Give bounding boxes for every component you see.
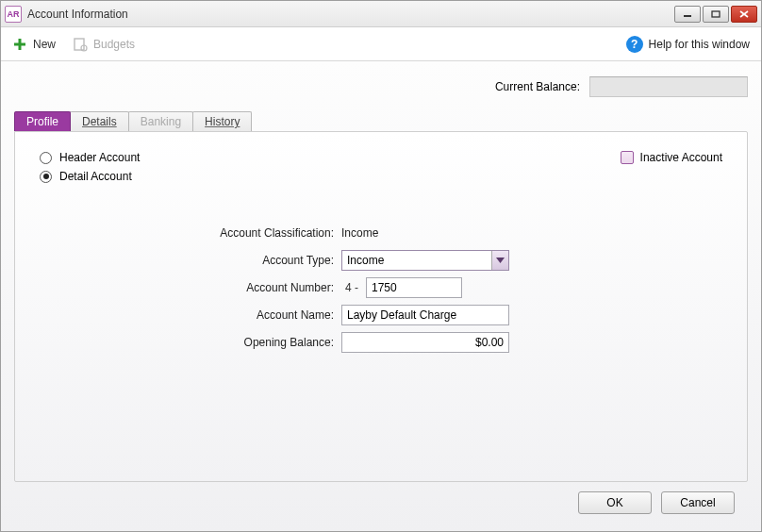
row-account-number: Account Number: 4 - (181, 274, 722, 301)
radio-detail-label: Detail Account (59, 170, 132, 183)
account-number-label: Account Number: (181, 281, 341, 294)
radio-icon (40, 171, 52, 183)
row-classification: Account Classification: Income (181, 219, 722, 246)
tab-banking[interactable]: Banking (128, 111, 193, 131)
profile-panel: Header Account Detail Account Inactive A… (14, 131, 748, 482)
radio-detail-account[interactable]: Detail Account (40, 170, 722, 183)
tab-profile[interactable]: Profile (14, 111, 71, 131)
account-type-select[interactable]: Income (341, 250, 509, 271)
row-account-type: Account Type: Income (181, 246, 722, 274)
opening-balance-input[interactable] (341, 332, 509, 353)
current-balance-row: Current Balance: (14, 76, 748, 97)
titlebar: AR Account Information (1, 1, 761, 27)
classification-label: Account Classification: (181, 226, 341, 240)
close-icon (739, 10, 749, 18)
help-label: Help for this window (649, 38, 750, 51)
classification-value: Income (341, 226, 378, 240)
dropdown-button[interactable] (491, 251, 508, 270)
tab-row: Profile Details Banking History (14, 110, 748, 131)
account-number-prefix: 4 - (345, 281, 358, 294)
new-label: New (33, 38, 56, 51)
current-balance-label: Current Balance: (495, 80, 580, 93)
toolbar: New Budgets ? Help for this window (1, 27, 761, 61)
account-name-label: Account Name: (181, 308, 341, 322)
account-name-input[interactable] (341, 305, 509, 325)
new-button[interactable]: New (12, 37, 56, 52)
window-account-information: AR Account Information New (0, 0, 762, 532)
maximize-icon (711, 10, 721, 18)
svg-rect-1 (712, 11, 720, 17)
help-icon: ? (626, 36, 643, 53)
app-icon: AR (5, 6, 22, 23)
inactive-account-checkbox[interactable]: Inactive Account (621, 151, 722, 164)
window-title: Account Information (27, 8, 674, 21)
cancel-button[interactable]: Cancel (661, 491, 735, 514)
tab-details[interactable]: Details (70, 111, 129, 131)
help-link[interactable]: ? Help for this window (626, 36, 750, 53)
content-area: Current Balance: Profile Details Banking… (1, 61, 761, 531)
account-number-input[interactable] (366, 277, 462, 298)
window-controls (674, 6, 757, 23)
current-balance-field (589, 76, 748, 97)
account-form: Account Classification: Income Account T… (181, 219, 722, 356)
budgets-label: Budgets (93, 38, 135, 51)
minimize-button[interactable] (674, 6, 701, 23)
footer-buttons: OK Cancel (14, 482, 748, 524)
minimize-icon (683, 10, 692, 18)
account-type-value: Income (347, 254, 384, 267)
row-account-name: Account Name: (181, 301, 722, 328)
ok-button[interactable]: OK (578, 491, 652, 514)
svg-rect-6 (75, 39, 84, 50)
close-button[interactable] (731, 6, 757, 23)
chevron-down-icon (496, 258, 505, 263)
radio-icon (40, 152, 52, 164)
checkbox-icon (621, 151, 634, 164)
svg-marker-8 (496, 258, 505, 263)
opening-balance-label: Opening Balance: (181, 336, 341, 349)
radio-header-label: Header Account (59, 151, 140, 164)
tab-history[interactable]: History (192, 111, 252, 131)
row-opening-balance: Opening Balance: (181, 328, 722, 356)
account-type-label: Account Type: (181, 254, 341, 267)
budgets-button[interactable]: Budgets (73, 37, 135, 52)
plus-icon (12, 37, 27, 52)
inactive-account-label: Inactive Account (640, 151, 722, 164)
budgets-icon (73, 37, 88, 52)
maximize-button[interactable] (703, 6, 729, 23)
